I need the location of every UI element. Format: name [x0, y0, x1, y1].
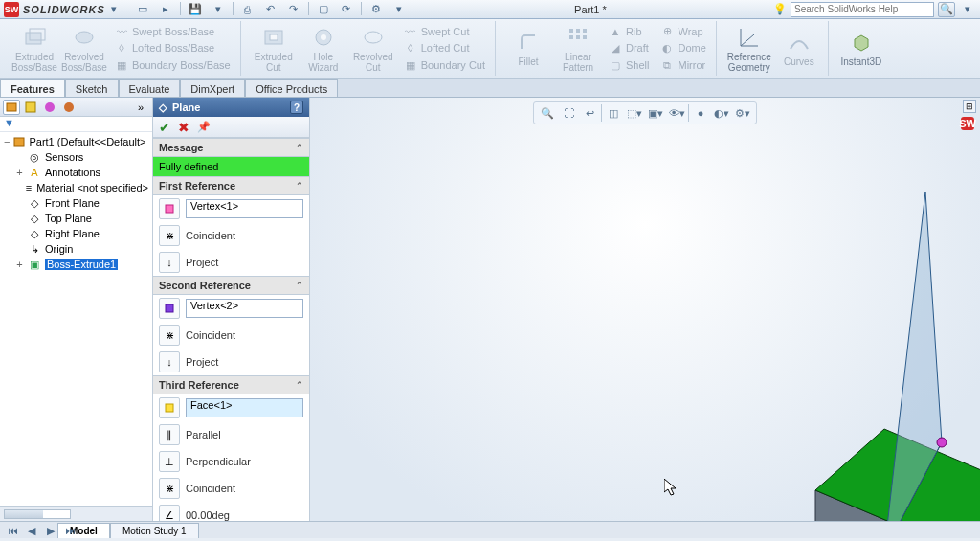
expand-icon[interactable]: +: [15, 167, 24, 178]
tab-nav-first-icon[interactable]: ⏮: [4, 523, 21, 538]
project-icon[interactable]: ↓: [159, 252, 180, 273]
pm-section-second-ref[interactable]: Second Reference⌃: [153, 276, 309, 295]
undo-icon[interactable]: ↶: [262, 2, 279, 17]
curves-button[interactable]: Curves: [774, 21, 824, 76]
zoom-fit-icon[interactable]: 🔍: [538, 104, 557, 122]
linear-pattern-button[interactable]: Linear Pattern: [553, 21, 603, 76]
save-dropdown-icon[interactable]: ▾: [210, 2, 227, 17]
project-icon[interactable]: ↓: [159, 351, 180, 372]
collapse-icon[interactable]: −: [4, 136, 10, 147]
select-icon[interactable]: ▢: [315, 2, 332, 17]
tab-sketch[interactable]: Sketch: [65, 79, 119, 97]
tree-hscrollbar[interactable]: [0, 506, 152, 521]
pm-section-first-ref[interactable]: First Reference⌃: [153, 176, 309, 195]
options-icon[interactable]: ⚙: [368, 2, 385, 17]
revolved-boss-button[interactable]: Revolved Boss/Base: [59, 21, 109, 76]
rebuild-icon[interactable]: ⟳: [338, 2, 355, 17]
tab-evaluate[interactable]: Evaluate: [119, 79, 181, 97]
rib-button[interactable]: ▲Rib: [605, 24, 653, 39]
tab-nav-prev-icon[interactable]: ◀: [23, 523, 40, 538]
angle-icon[interactable]: ∠: [159, 505, 180, 521]
pm-first-ref-coincident-row[interactable]: ⋇ Coincident: [153, 222, 309, 249]
brand-dropdown-icon[interactable]: ▾: [105, 2, 122, 17]
options-dropdown-icon[interactable]: ▾: [390, 2, 408, 17]
tree-item-right-plane[interactable]: ◇Right Plane: [2, 226, 150, 241]
apply-scene-icon[interactable]: ◐▾: [712, 104, 731, 122]
display-style-icon[interactable]: ▣▾: [646, 104, 665, 122]
tab-features[interactable]: Features: [0, 79, 65, 97]
draft-button[interactable]: ◢Draft: [605, 40, 653, 56]
save-icon[interactable]: 💾: [187, 2, 204, 17]
swept-boss-button[interactable]: 〰Swept Boss/Base: [111, 24, 234, 39]
boundary-cut-button[interactable]: ▦Boundary Cut: [400, 57, 489, 73]
entity-icon[interactable]: [159, 198, 180, 219]
tree-item-top-plane[interactable]: ◇Top Plane: [2, 211, 150, 226]
tree-tab-propertymgr[interactable]: [22, 100, 39, 115]
tree-item-front-plane[interactable]: ◇Front Plane: [2, 195, 150, 211]
search-button[interactable]: 🔍: [938, 2, 955, 17]
tree-item-boss-extrude[interactable]: +▣Boss-Extrude1: [2, 257, 150, 272]
hole-wizard-button[interactable]: Hole Wizard: [299, 21, 348, 76]
pm-help-button[interactable]: ?: [290, 101, 303, 114]
tab-dimxpert[interactable]: DimXpert: [180, 79, 245, 97]
ok-button[interactable]: ✔: [159, 120, 170, 135]
pm-first-ref-project-row[interactable]: ↓ Project: [153, 249, 309, 276]
tree-item-sensors[interactable]: ◎Sensors: [2, 149, 150, 165]
pm-first-ref-input[interactable]: Vertex<1>: [186, 199, 303, 218]
search-dropdown-icon[interactable]: ▾: [959, 2, 976, 17]
section-view-icon[interactable]: ◫: [604, 104, 623, 122]
mirror-button[interactable]: ⧉Mirror: [657, 57, 709, 73]
pm-third-ref-input[interactable]: Face<1>: [186, 398, 303, 417]
lofted-cut-button[interactable]: ◊Lofted Cut: [400, 40, 489, 56]
pm-third-ref-parallel-row[interactable]: ∥ Parallel: [153, 421, 309, 448]
pm-second-ref-project-row[interactable]: ↓ Project: [153, 349, 309, 375]
pm-third-ref-perpendicular-row[interactable]: ⊥ Perpendicular: [153, 448, 309, 475]
tree-item-material[interactable]: ≡Material <not specified>: [2, 180, 150, 195]
feature-tree[interactable]: −Part1 (Default<<Default>_Disp ◎Sensors …: [0, 132, 152, 506]
parallel-icon[interactable]: ∥: [159, 424, 180, 445]
print-icon[interactable]: ⎙: [239, 2, 256, 17]
entity-icon[interactable]: [159, 298, 180, 319]
graphics-viewport[interactable]: ⊞ 🔍 ⛶ ↩ ◫ ⬚▾ ▣▾ 👁▾ ● ◐▾ ⚙▾ SW: [310, 98, 980, 521]
redo-icon[interactable]: ↷: [285, 2, 302, 17]
lofted-boss-button[interactable]: ◊Lofted Boss/Base: [111, 40, 234, 56]
extruded-cut-button[interactable]: Extruded Cut: [249, 21, 299, 76]
tree-tab-featuremgr[interactable]: [3, 100, 20, 115]
zoom-area-icon[interactable]: ⛶: [559, 104, 578, 122]
fillet-button[interactable]: Fillet: [503, 21, 553, 76]
shell-button[interactable]: ▢Shell: [605, 57, 653, 73]
open-icon[interactable]: ▸: [157, 2, 174, 17]
extruded-boss-button[interactable]: Extruded Boss/Base: [10, 21, 59, 76]
bottom-tab-motion-study[interactable]: Motion Study 1: [110, 523, 199, 538]
hscroll-track[interactable]: [4, 509, 71, 519]
pm-third-ref-coincident-row[interactable]: ⋇ Coincident: [153, 475, 309, 502]
tab-office-products[interactable]: Office Products: [245, 79, 338, 97]
tree-tab-configmgr[interactable]: [41, 100, 58, 115]
entity-icon[interactable]: [159, 397, 180, 418]
view-orientation-icon[interactable]: ⬚▾: [625, 104, 644, 122]
coincident-icon[interactable]: ⋇: [159, 478, 180, 499]
pm-section-message[interactable]: Message⌃: [153, 138, 309, 157]
pm-body[interactable]: Message⌃ Fully defined First Reference⌃ …: [153, 138, 309, 521]
tree-item-root[interactable]: −Part1 (Default<<Default>_Disp: [2, 134, 150, 149]
boundary-boss-button[interactable]: ▦Boundary Boss/Base: [111, 57, 234, 73]
tab-nav-next-icon[interactable]: ▶: [42, 523, 59, 538]
pm-section-third-ref[interactable]: Third Reference⌃: [153, 375, 309, 394]
tree-item-annotations[interactable]: +AAnnotations: [2, 165, 150, 180]
edit-appearance-icon[interactable]: ●: [691, 104, 710, 122]
view-settings-icon[interactable]: ⚙▾: [733, 104, 752, 122]
pm-third-ref-angle-row[interactable]: ∠ 00.00deg: [153, 502, 309, 521]
perpendicular-icon[interactable]: ⊥: [159, 451, 180, 472]
reference-geometry-button[interactable]: Reference Geometry: [724, 21, 774, 76]
swept-cut-button[interactable]: 〰Swept Cut: [400, 24, 489, 39]
search-input[interactable]: [791, 2, 934, 17]
revolved-cut-button[interactable]: Revolved Cut: [348, 21, 398, 76]
pushpin-button[interactable]: 📌: [197, 121, 211, 133]
hide-show-icon[interactable]: 👁▾: [667, 104, 686, 122]
hscroll-thumb[interactable]: [5, 510, 43, 518]
cancel-button[interactable]: ✖: [178, 120, 189, 135]
filter-icon[interactable]: ▼: [4, 117, 14, 128]
model-render[interactable]: [626, 174, 980, 521]
wrap-button[interactable]: ⊕Wrap: [657, 24, 709, 39]
pm-second-ref-coincident-row[interactable]: ⋇ Coincident: [153, 322, 309, 349]
